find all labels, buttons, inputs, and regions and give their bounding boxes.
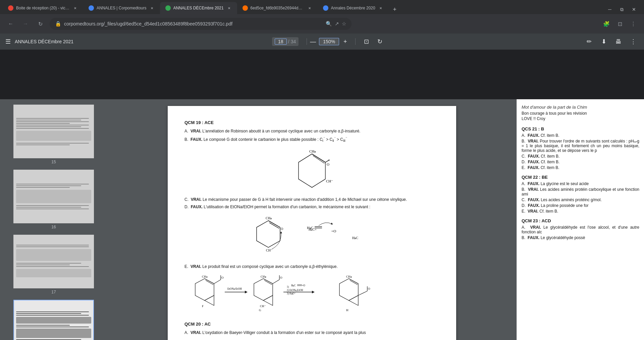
more-options-button[interactable]: ⋮ [628,36,639,47]
chem-svg-2: CH₃ O CH⁻ H₂C= H₂C [241,214,382,258]
qcs-21-c: C. FAUX. Cf. item B. [522,154,639,159]
svg-text:EtONa/EtOH: EtONa/EtOH [227,287,242,290]
svg-marker-32 [254,279,273,300]
svg-text:G: G [259,308,261,312]
zoom-controls: — + [307,37,350,46]
chem-diagram-1: CH₃ O = CH⁻ [184,147,439,193]
svg-marker-43 [312,291,315,293]
lock-icon: 🔒 [55,21,61,27]
svg-text:O: O [368,287,370,290]
thumb-16-num: 16 [51,225,56,229]
tab-minimize[interactable]: ─ [605,5,614,14]
pdf-toolbar-left: ☰ ANNALES DÉCEmbre 2021 [5,38,73,45]
qcm-20-section: QCM 20 : AC A. VRAI. L'oxydation de Baey… [184,321,439,336]
back-button[interactable]: ← [5,18,16,29]
print-button[interactable]: 🖶 [613,36,624,47]
svg-text:F: F [202,304,204,308]
chem-svg-3: CH₃ O F EtONa/EtOH [184,274,439,314]
thumb-18-image [13,300,94,340]
svg-line-21 [205,279,214,284]
right-sidebar: Mot d'amour de la part de la Chim Bon co… [517,99,644,340]
pdf-content: 15 16 [0,99,644,340]
bookmark-icon[interactable]: ☆ [342,21,346,27]
svg-text:=O: =O [331,229,336,233]
reload-button[interactable]: ↻ [35,18,46,29]
qcm-20-item-a: A. VRAI. L'oxydation de Baeyer-Villiger … [184,330,439,336]
thumbnail-18[interactable]: 18 [3,297,105,340]
extensions-icon[interactable]: 🧩 [601,18,612,29]
tab-annales2[interactable]: Annales Décembre 2020 ✕ [318,2,389,14]
svg-marker-51 [339,279,358,300]
share-icon[interactable]: ↗ [335,21,339,27]
pdf-toolbar-right: ✏ ⬇ 🖶 ⋮ [584,36,639,47]
svg-line-9 [268,221,280,227]
thumbnail-17[interactable]: 17 [3,232,105,297]
thumb-17-num: 17 [51,290,56,294]
fit-button[interactable]: ⊡ [361,36,372,47]
tab-annales-dec[interactable]: ANNALES DÉCEmbre 2021 ✕ [160,2,237,14]
tab-pdf-close[interactable]: ✕ [307,5,312,11]
search-icon[interactable]: 🔍 [326,21,332,27]
tab-close-window[interactable]: ✕ [629,5,639,14]
thumb-17-image [13,235,94,288]
chem-diagram-3: CH₃ O F EtONa/EtOH [184,274,439,316]
zoom-out-button[interactable]: — [308,37,318,46]
tab-gmail-close[interactable]: ✕ [72,5,78,11]
tab-pdf[interactable]: 6ed5ce_fd6b9035e26944d38... ✕ [237,2,318,14]
zoom-in-button[interactable]: + [340,37,350,46]
qcm-22-b: B. VRAI. Les acides aminés protéin carbo… [522,187,639,196]
svg-text:3) H₃O⁺: 3) H₃O⁺ [287,292,296,295]
profile-icon[interactable]: ⊡ [614,18,625,29]
pdf-page: QCM 19 : ACE A. VRAI. L'annélation de Ro… [168,106,456,340]
chem-svg-1: CH₃ O = CH⁻ [278,147,345,191]
svg-line-1 [312,154,325,162]
pdf-page-area: QCM 19 : ACE A. VRAI. L'annélation de Ro… [107,99,517,340]
qcs-21-a: A. FAUX. Cf. item B. [522,133,639,138]
page-separator: / 34 [288,39,296,44]
svg-text:CH₃: CH₃ [346,275,352,278]
qcm-19-section: QCM 19 : ACE A. VRAI. L'annélation de Ro… [184,119,439,316]
svg-text:=O: =O [302,284,305,287]
svg-marker-30 [245,291,248,293]
thumbnail-16[interactable]: 16 [3,167,105,232]
svg-line-33 [263,279,273,284]
svg-text:CH⁻: CH⁻ [266,248,272,252]
qcm-20-title: QCM 20 : AC [184,321,439,328]
tab-pdf-label: 6ed5ce_fd6b9035e26944d38... [251,6,304,10]
tab-corp[interactable]: ANNALES | Corpomedtours ✕ [83,2,160,14]
annales2-icon [323,5,328,11]
qcm-23-b: B. FAUX. Le glycéraldéhyde possè [522,235,639,240]
svg-text:H₃C: H₃C [352,236,358,240]
forward-button[interactable]: → [20,18,31,29]
download-button[interactable]: ⬇ [598,36,609,47]
divider [307,38,307,45]
svg-text:O: O [221,276,224,279]
edit-button[interactable]: ✏ [584,36,594,47]
new-tab-button[interactable]: + [390,5,399,14]
corp-icon [89,5,94,11]
tab-gmail[interactable]: Boite de réception (20) - victor... ✕ [3,2,83,14]
thumb-16-image [13,170,94,223]
qcm-22-a: A. FAUX. La glycine est le seul acide [522,181,639,186]
svg-line-25 [214,280,221,284]
tab-corp-close[interactable]: ✕ [149,5,155,11]
tab-annales-dec-close[interactable]: ✕ [226,5,232,11]
pdf-toolbar: ☰ ANNALES DÉCEmbre 2021 / 34 — + ⊡ ↻ ✏ ⬇… [0,34,644,50]
tab-restore[interactable]: ⧉ [617,5,627,14]
tab-annales2-close[interactable]: ✕ [378,5,383,11]
qcs-21-b: B. VRAI. Pour trouver l'ordre de m suiva… [522,139,639,153]
pdf-title: ANNALES DÉCEmbre 2021 [15,39,73,44]
more-icon[interactable]: ⋮ [628,18,639,29]
thumbnail-sidebar[interactable]: 15 16 [0,99,107,340]
thumb-15-image [13,105,94,158]
pdf-toolbar-center: / 34 — + ⊡ ↻ [77,36,580,47]
thumb-15-num: 15 [51,160,56,164]
page-input[interactable] [275,39,287,45]
svg-text:=: = [328,158,330,162]
history-button[interactable]: ↻ [374,36,385,47]
zoom-input[interactable] [319,38,339,45]
svg-text:CH₃: CH₃ [202,275,208,278]
thumbnail-15[interactable]: 15 [3,102,105,167]
hamburger-menu[interactable]: ☰ [5,38,11,45]
url-bar[interactable]: 🔒 corpomedtours.org/_files/ugd/6ed5ce_d5… [50,18,352,30]
